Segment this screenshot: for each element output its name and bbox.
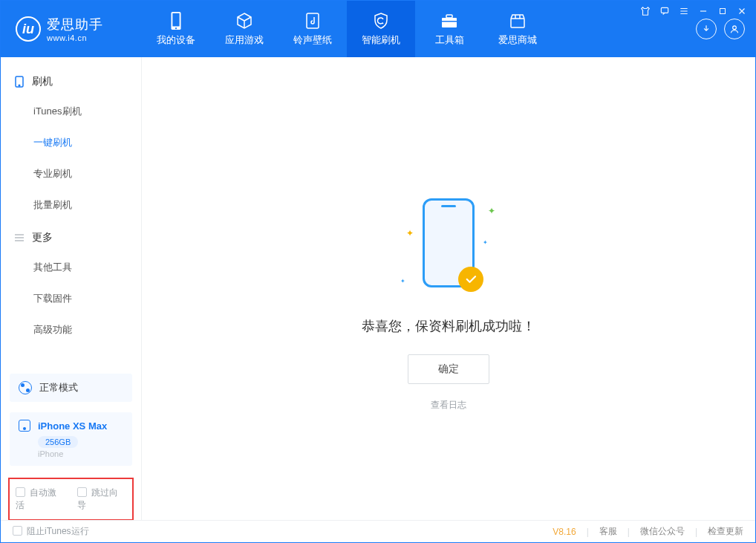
mode-label: 正常模式 (39, 381, 78, 394)
device-name: iPhone XS Max (38, 420, 107, 432)
success-illustration: ✦ ✦ ✦ ✦ (393, 198, 504, 302)
sidebar: 刷机 iTunes刷机 一键刷机 专业刷机 批量刷机 更多 其他工具 下载固件 … (1, 57, 142, 521)
sidebar-item-other-tools[interactable]: 其他工具 (1, 252, 141, 283)
tab-ringtone-wallpaper[interactable]: 铃声壁纸 (278, 1, 347, 57)
svg-rect-8 (442, 21, 457, 22)
store-icon (508, 11, 527, 30)
shield-refresh-icon (371, 11, 391, 30)
app-url: www.i4.cn (47, 33, 103, 42)
success-message: 恭喜您，保资料刷机成功啦！ (142, 317, 755, 335)
sidebar-group-more: 更多 (1, 221, 141, 252)
skin-icon[interactable] (639, 5, 651, 17)
tab-my-device[interactable]: 我的设备 (142, 1, 210, 57)
logo-badge-icon: iu (16, 16, 41, 42)
tab-toolbox[interactable]: 工具箱 (415, 1, 483, 57)
main-content: ✦ ✦ ✦ ✦ 恭喜您，保资料刷机成功啦！ 确定 查看日志 (142, 57, 755, 521)
list-icon (14, 233, 25, 243)
window-controls (639, 5, 748, 17)
svg-rect-7 (446, 15, 452, 18)
sidebar-item-oneclick-flash[interactable]: 一键刷机 (1, 127, 141, 158)
success-panel: ✦ ✦ ✦ ✦ 恭喜您，保资料刷机成功啦！ 确定 查看日志 (142, 198, 755, 412)
svg-point-4 (175, 27, 177, 29)
tab-smart-flash[interactable]: 智能刷机 (347, 1, 415, 57)
menu-icon[interactable] (678, 5, 690, 17)
sidebar-item-batch-flash[interactable]: 批量刷机 (1, 189, 141, 221)
download-manager-button[interactable] (696, 19, 717, 39)
app-name: 爱思助手 (47, 16, 103, 33)
checkmark-badge-icon (458, 267, 483, 292)
minimize-button[interactable] (697, 5, 709, 17)
confirm-button[interactable]: 确定 (408, 354, 489, 384)
maximize-button[interactable] (717, 5, 729, 17)
flash-options-highlight: 自动激活 跳过向导 (8, 478, 134, 521)
version-label: V8.16 (553, 527, 576, 537)
sidebar-item-download-firmware[interactable]: 下载固件 (1, 283, 141, 314)
checkbox-block-itunes[interactable]: 阻止iTunes运行 (13, 525, 89, 538)
device-type: iPhone (38, 449, 123, 458)
feedback-icon[interactable] (659, 5, 671, 17)
mode-icon (19, 381, 32, 394)
svg-point-10 (733, 26, 737, 30)
sidebar-item-pro-flash[interactable]: 专业刷机 (1, 158, 141, 189)
footer-support-link[interactable]: 客服 (599, 525, 617, 538)
footer: 阻止iTunes运行 V8.16 | 客服 | 微信公众号 | 检查更新 (1, 520, 755, 542)
svg-rect-1 (720, 9, 726, 14)
phone-outline-icon (14, 77, 25, 87)
close-button[interactable] (736, 5, 748, 17)
sidebar-group-flash: 刷机 (1, 65, 141, 96)
sparkle-icon: ✦ (400, 278, 405, 284)
body: 刷机 iTunes刷机 一键刷机 专业刷机 批量刷机 更多 其他工具 下载固件 … (1, 57, 755, 521)
sidebar-item-itunes-flash[interactable]: iTunes刷机 (1, 96, 141, 127)
sparkle-icon: ✦ (406, 228, 414, 238)
logo-text: 爱思助手 www.i4.cn (47, 16, 103, 42)
svg-rect-6 (442, 18, 457, 27)
top-tabs: 我的设备 应用游戏 铃声壁纸 智能刷机 工具箱 爱思商城 (142, 1, 685, 57)
svg-rect-3 (172, 13, 179, 27)
sidebar-item-advanced[interactable]: 高级功能 (1, 314, 141, 345)
svg-rect-9 (511, 19, 524, 27)
footer-update-link[interactable]: 检查更新 (708, 525, 743, 538)
view-log-link[interactable]: 查看日志 (142, 399, 755, 412)
tab-apps-games[interactable]: 应用游戏 (210, 1, 278, 57)
device-icon (166, 11, 186, 30)
music-file-icon (303, 11, 322, 30)
tab-store[interactable]: 爱思商城 (483, 1, 552, 57)
device-card[interactable]: iPhone XS Max 256GB iPhone (10, 412, 132, 466)
checkbox-skip-guide[interactable]: 跳过向导 (77, 487, 127, 512)
toolbox-icon (440, 11, 459, 30)
logo[interactable]: iu 爱思助手 www.i4.cn (1, 1, 142, 57)
cube-icon (235, 11, 254, 30)
device-capacity: 256GB (38, 436, 78, 448)
svg-point-12 (19, 85, 20, 86)
sparkle-icon: ✦ (488, 206, 495, 216)
device-icon-small (19, 420, 30, 432)
svg-rect-0 (661, 7, 668, 13)
account-button[interactable] (724, 19, 745, 39)
mode-status[interactable]: 正常模式 (10, 374, 132, 402)
footer-wechat-link[interactable]: 微信公众号 (640, 525, 685, 538)
sparkle-icon: ✦ (483, 239, 488, 246)
checkbox-auto-activate[interactable]: 自动激活 (16, 487, 65, 512)
